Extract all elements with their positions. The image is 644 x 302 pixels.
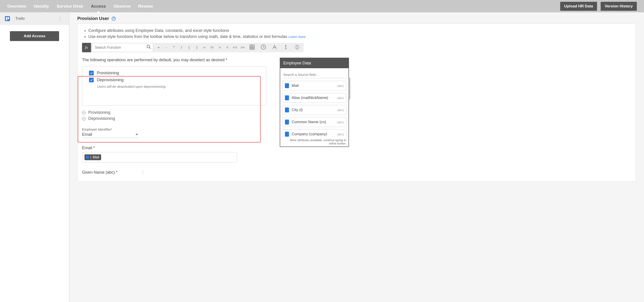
text-icon[interactable] (269, 44, 280, 51)
learn-more-link[interactable]: Learn more (288, 35, 306, 39)
provisioning-label: Provisioning (97, 71, 119, 75)
provision-card: Configure attributes using Employee Data… (77, 23, 636, 182)
employee-identifier-value: Email (82, 132, 92, 137)
upload-hr-data-button[interactable]: Upload HR Data (560, 2, 597, 11)
employee-data-search[interactable] (283, 71, 346, 78)
source-field-company[interactable]: Company (company) (abc) (282, 129, 346, 139)
nav-service-desk[interactable]: Service Desk (57, 4, 83, 9)
svg-line-14 (263, 47, 264, 48)
employee-data-header: Employee Data (280, 58, 348, 68)
given-name-label: Given Name (abc) * (82, 170, 118, 175)
deprovisioning-label: Deprovisioning (97, 78, 124, 82)
nav-observe[interactable]: Observe (114, 4, 130, 9)
main-content: Provision User ? Configure attributes us… (69, 12, 644, 302)
source-field-alias[interactable]: Alias (mailNickName) (abc) (282, 93, 346, 103)
source-field-city[interactable]: City (l) (abc) (282, 105, 346, 115)
mail-chip[interactable]: | Mail (84, 154, 101, 160)
caret-down-icon (136, 134, 138, 135)
op-greater[interactable]: > (216, 45, 224, 50)
version-history-button[interactable]: Version History (601, 2, 637, 11)
operations-title: The following operations are performed b… (82, 58, 266, 62)
op-divide[interactable]: / (178, 45, 186, 50)
sidebar-item-trello[interactable]: Trello ⋮ (0, 12, 69, 25)
function-toolbar: fx + - * / ( ) = != > < (82, 43, 304, 52)
op-plus[interactable]: + (155, 45, 162, 50)
minus-deprovisioning-label: Deprovisioning (88, 116, 115, 122)
minus-provisioning-label: Provisioning (88, 110, 110, 116)
info-bullet-1: Configure attributes using Employee Data… (88, 28, 631, 34)
book-icon (86, 156, 89, 159)
nav-access[interactable]: Access (91, 4, 106, 9)
search-function-input[interactable] (92, 43, 153, 52)
clock-icon[interactable] (258, 44, 269, 51)
sidebar-item-label: Trello (15, 16, 56, 21)
op-multiply[interactable]: * (170, 45, 178, 50)
provisioning-checkbox[interactable] (89, 71, 94, 75)
op-minus[interactable]: - (162, 45, 170, 50)
source-field-mail[interactable]: Mail (abc) (282, 81, 346, 91)
book-icon (285, 108, 289, 112)
nav-overview[interactable]: Overview (7, 4, 26, 9)
book-icon (285, 132, 289, 137)
scrollbar-thumb[interactable] (349, 78, 350, 99)
colon-label: : (142, 170, 143, 175)
sidebar: Trello ⋮ Add Access (0, 12, 69, 302)
email-field-label: Email * (82, 146, 266, 150)
op-gte[interactable]: >= (239, 45, 246, 50)
info-bullet-2: Use excel-style functions from the toolb… (88, 34, 631, 40)
op-paren-close[interactable]: ) (193, 45, 201, 50)
trello-icon (5, 16, 10, 21)
deprovisioning-helper: Users will be deactivated upon deprovisi… (97, 85, 259, 88)
employee-data-list[interactable]: Mail (abc) Alias (mailNickName) (abc) Ci… (280, 79, 348, 139)
op-equals[interactable]: = (201, 45, 208, 50)
minus-circle-icon[interactable] (82, 117, 86, 121)
misc-icon[interactable] (292, 44, 303, 51)
op-less[interactable]: < (224, 45, 231, 50)
math-icon[interactable] (246, 44, 258, 51)
top-bar: Overview Identity Service Desk Access Ob… (0, 0, 644, 12)
top-nav: Overview Identity Service Desk Access Ob… (7, 4, 153, 9)
op-not-equals[interactable]: != (208, 45, 216, 50)
employee-identifier-label: Employee Identifier* (82, 128, 266, 131)
kebab-menu-icon[interactable]: ⋮ (56, 15, 64, 22)
minus-circle-icon[interactable] (82, 111, 86, 114)
op-lte[interactable]: <= (231, 45, 239, 50)
svg-point-16 (286, 45, 286, 46)
nav-identity[interactable]: Identity (34, 4, 49, 9)
add-access-button[interactable]: Add Access (10, 31, 59, 41)
operations-box: Provisioning Deprovisioning Users will b… (82, 66, 266, 106)
info-icon[interactable] (280, 44, 292, 51)
deprovisioning-checkbox[interactable] (89, 78, 94, 82)
top-actions: Upload HR Data Version History (560, 2, 637, 11)
nav-review[interactable]: Review (138, 4, 153, 9)
op-paren-open[interactable]: ( (186, 45, 193, 50)
fx-icon: fx (82, 43, 91, 52)
book-icon (285, 95, 289, 100)
employee-identifier-select[interactable]: Email (82, 132, 138, 138)
employee-data-panel: Employee Data Mail (abc) Alias (mailNick… (280, 58, 349, 147)
source-field-common-name[interactable]: Common Name (cn) (abc) (282, 117, 346, 127)
email-field-input[interactable]: | Mail (82, 152, 237, 162)
employee-data-footer: More attributes available, continue typi… (280, 139, 348, 147)
book-icon (285, 83, 289, 88)
page-title: Provision User (77, 16, 109, 21)
book-icon (285, 120, 289, 125)
help-icon[interactable]: ? (112, 17, 116, 21)
